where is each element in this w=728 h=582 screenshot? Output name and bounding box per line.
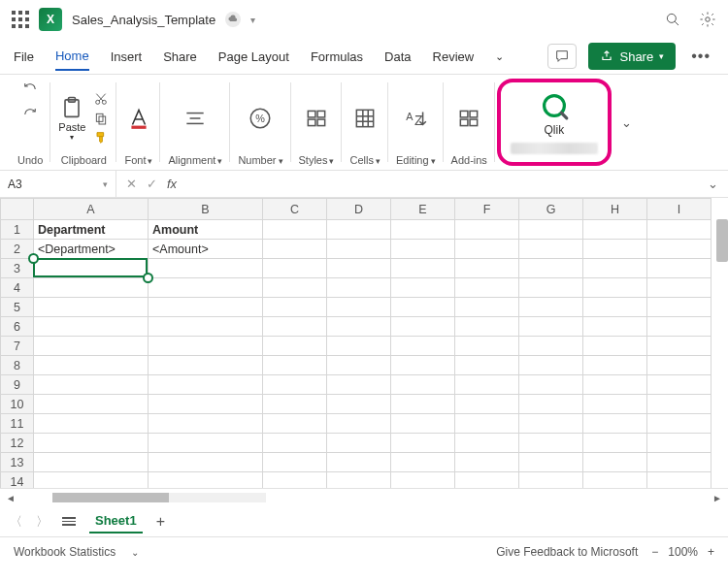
cell-G14[interactable] — [519, 472, 583, 490]
cell-C13[interactable] — [263, 453, 327, 472]
zoom-out-button[interactable]: − — [651, 545, 658, 559]
group-cells-label[interactable]: Cells▾ — [349, 155, 380, 168]
col-header-H[interactable]: H — [583, 199, 647, 220]
cell-F6[interactable] — [455, 317, 519, 337]
cell-G9[interactable] — [519, 375, 583, 395]
more-options-button[interactable]: ••• — [687, 48, 714, 65]
cell-I5[interactable] — [647, 298, 711, 317]
cell-E1[interactable] — [391, 220, 455, 240]
row-header-8[interactable]: 8 — [1, 356, 34, 375]
feedback-link[interactable]: Give Feedback to Microsoft — [496, 545, 638, 559]
group-styles-label[interactable]: Styles▾ — [299, 155, 335, 168]
cell-B5[interactable] — [149, 298, 263, 317]
row-header-1[interactable]: 1 — [1, 220, 34, 240]
cell-F9[interactable] — [455, 375, 519, 395]
tab-review[interactable]: Review — [433, 44, 475, 70]
cell-E13[interactable] — [391, 453, 455, 472]
row-header-11[interactable]: 11 — [1, 414, 34, 434]
col-header-B[interactable]: B — [149, 199, 263, 220]
ribbon-collapse-chevron-icon[interactable]: ⌄ — [613, 115, 640, 130]
cell-B6[interactable] — [149, 317, 263, 337]
cell-I13[interactable] — [647, 453, 711, 472]
cell-A6[interactable] — [34, 317, 149, 337]
cell-G6[interactable] — [519, 317, 583, 337]
cell-A4[interactable] — [34, 278, 149, 298]
tab-home[interactable]: Home — [55, 43, 89, 71]
cell-D10[interactable] — [327, 395, 391, 414]
sheet-nav-next[interactable]: 〉 — [36, 513, 49, 531]
row-header-10[interactable]: 10 — [1, 395, 34, 414]
group-number-label[interactable]: Number▾ — [238, 155, 282, 168]
cell-C14[interactable] — [263, 472, 327, 490]
cell-D8[interactable] — [327, 356, 391, 375]
cell-C1[interactable] — [263, 220, 327, 240]
cell-F10[interactable] — [455, 395, 519, 414]
cell-D6[interactable] — [327, 317, 391, 337]
cell-C6[interactable] — [263, 317, 327, 337]
cloud-save-icon[interactable] — [225, 12, 241, 27]
row-header-9[interactable]: 9 — [1, 375, 34, 395]
add-sheet-button[interactable]: + — [156, 513, 165, 531]
tab-insert[interactable]: Insert — [111, 44, 143, 70]
cell-F12[interactable] — [455, 434, 519, 453]
cell-I14[interactable] — [647, 472, 711, 490]
row-header-4[interactable]: 4 — [1, 278, 34, 298]
tab-file[interactable]: File — [14, 44, 34, 70]
cell-E12[interactable] — [391, 434, 455, 453]
sheet-tab-active[interactable]: Sheet1 — [89, 509, 143, 534]
cell-B7[interactable] — [149, 337, 263, 356]
cell-A1[interactable]: Department — [34, 220, 149, 240]
cell-F1[interactable] — [455, 220, 519, 240]
cell-C12[interactable] — [263, 434, 327, 453]
fx-icon[interactable]: fx — [167, 177, 177, 191]
cell-E9[interactable] — [391, 375, 455, 395]
cell-F14[interactable] — [455, 472, 519, 490]
tab-share[interactable]: Share — [163, 44, 197, 70]
cell-H13[interactable] — [583, 453, 647, 472]
settings-gear-icon[interactable] — [699, 11, 716, 28]
row-header-14[interactable]: 14 — [1, 472, 34, 490]
cell-I7[interactable] — [647, 337, 711, 356]
cell-C11[interactable] — [263, 414, 327, 434]
cell-I12[interactable] — [647, 434, 711, 453]
cell-H3[interactable] — [583, 259, 647, 278]
select-all-corner[interactable] — [1, 199, 34, 220]
styles-icon[interactable] — [304, 106, 329, 131]
workbook-statistics[interactable]: Workbook Statistics — [14, 545, 116, 559]
cell-B3[interactable] — [149, 259, 263, 278]
redo-icon[interactable] — [20, 106, 40, 123]
tab-data[interactable]: Data — [384, 44, 411, 70]
cell-D5[interactable] — [327, 298, 391, 317]
group-font-label[interactable]: Font▾ — [124, 155, 152, 168]
cell-E5[interactable] — [391, 298, 455, 317]
selection-handle-br[interactable] — [143, 273, 153, 283]
cell-G7[interactable] — [519, 337, 583, 356]
cell-H2[interactable] — [583, 240, 647, 259]
cell-G3[interactable] — [519, 259, 583, 278]
editing-icon[interactable]: AZ — [403, 106, 428, 131]
cell-H5[interactable] — [583, 298, 647, 317]
cell-D1[interactable] — [327, 220, 391, 240]
cell-H6[interactable] — [583, 317, 647, 337]
cell-F4[interactable] — [455, 278, 519, 298]
cell-A14[interactable] — [34, 472, 149, 490]
cell-D4[interactable] — [327, 278, 391, 298]
cell-G11[interactable] — [519, 414, 583, 434]
group-addins-label[interactable]: Add-ins — [451, 155, 487, 168]
cell-D3[interactable] — [327, 259, 391, 278]
cell-H7[interactable] — [583, 337, 647, 356]
cell-A5[interactable] — [34, 298, 149, 317]
col-header-E[interactable]: E — [391, 199, 455, 220]
addins-icon[interactable] — [456, 106, 481, 131]
cell-G13[interactable] — [519, 453, 583, 472]
cell-A12[interactable] — [34, 434, 149, 453]
cell-G10[interactable] — [519, 395, 583, 414]
spreadsheet-grid[interactable]: A B C D E F G H I 1DepartmentAmount2<Dep… — [0, 198, 728, 489]
cell-H11[interactable] — [583, 414, 647, 434]
tab-formulas[interactable]: Formulas — [311, 44, 363, 70]
cell-E10[interactable] — [391, 395, 455, 414]
cell-D13[interactable] — [327, 453, 391, 472]
cell-A3[interactable] — [34, 259, 149, 278]
col-header-I[interactable]: I — [647, 199, 711, 220]
cell-D12[interactable] — [327, 434, 391, 453]
